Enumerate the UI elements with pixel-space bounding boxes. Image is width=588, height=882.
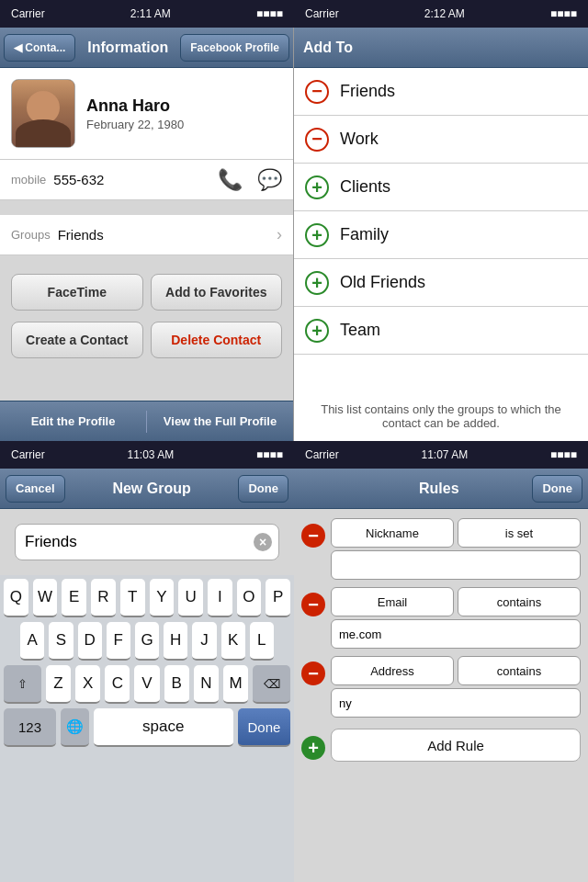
key-h[interactable]: H [164, 622, 187, 661]
rule-email-value[interactable] [331, 619, 581, 649]
key-z[interactable]: Z [46, 665, 71, 704]
key-d[interactable]: D [78, 622, 102, 661]
group-name-friends: Friends [340, 82, 395, 101]
rule-nickname-condition[interactable]: is set [458, 518, 581, 548]
top-right-carrier: Carrier [305, 7, 339, 20]
rule-row-email: − Email contains [301, 587, 581, 649]
contact-dob: February 22, 1980 [86, 118, 184, 131]
key-g[interactable]: G [135, 622, 159, 661]
view-full-profile-button[interactable]: View the Full Profile [147, 414, 293, 428]
remove-rule-email[interactable]: − [301, 593, 325, 616]
rule-nickname-field[interactable]: Nickname [331, 518, 454, 548]
rule-nickname-value[interactable] [331, 550, 581, 580]
group-item-old-friends[interactable]: + Old Friends [294, 259, 588, 307]
remove-rule-address[interactable]: − [301, 662, 325, 685]
bottom-right-carrier: Carrier [305, 448, 339, 461]
facebook-profile-tab[interactable]: Facebook Profile [180, 34, 289, 62]
key-q[interactable]: Q [4, 579, 28, 617]
key-p[interactable]: P [266, 579, 290, 617]
facetime-button[interactable]: FaceTime [11, 274, 143, 311]
key-l[interactable]: L [250, 622, 274, 661]
remove-friends-icon[interactable]: − [305, 80, 329, 104]
groups-row[interactable]: Groups Friends › [0, 215, 293, 255]
key-w[interactable]: W [33, 579, 58, 617]
top-left-carrier: Carrier [11, 7, 45, 20]
rules-done-button[interactable]: Done [532, 475, 582, 503]
key-a[interactable]: A [20, 622, 44, 661]
back-button[interactable]: ◀ Conta... [4, 34, 75, 62]
contact-name: Anna Haro [86, 96, 184, 116]
right-nav-title: Add To [303, 40, 353, 56]
group-item-clients[interactable]: + Clients [294, 164, 588, 211]
group-item-team[interactable]: + Team [294, 307, 588, 355]
delete-key[interactable]: ⌫ [253, 665, 290, 704]
key-n[interactable]: N [194, 665, 219, 704]
group-name-old-friends: Old Friends [340, 273, 425, 292]
top-right-time: 2:12 AM [424, 7, 465, 20]
key-x[interactable]: X [75, 665, 100, 704]
group-name-input[interactable] [15, 524, 279, 560]
keyboard-done-key[interactable]: Done [238, 708, 290, 747]
key-j[interactable]: J [192, 622, 216, 661]
bottom-right-battery: ■■■■ [550, 448, 577, 461]
key-m[interactable]: M [223, 665, 248, 704]
shift-key[interactable]: ⇧ [4, 665, 41, 704]
bottom-right-time: 11:07 AM [421, 448, 468, 461]
add-rule-icon[interactable]: + [301, 736, 325, 760]
key-e[interactable]: E [62, 579, 86, 617]
key-k[interactable]: K [221, 622, 245, 661]
add-family-icon[interactable]: + [305, 223, 329, 247]
group-item-friends[interactable]: − Friends [294, 68, 588, 116]
create-contact-button[interactable]: Create a Contact [11, 322, 143, 358]
add-team-icon[interactable]: + [305, 319, 329, 343]
key-b[interactable]: B [164, 665, 189, 704]
key-y[interactable]: Y [150, 579, 175, 617]
add-clients-icon[interactable]: + [305, 175, 329, 199]
key-s[interactable]: S [49, 622, 73, 661]
new-group-done-button[interactable]: Done [238, 475, 288, 503]
mobile-row: mobile 555-632 📞 💬 [0, 160, 293, 200]
rule-row-nickname: − Nickname is set [301, 518, 581, 580]
clear-input-button[interactable]: × [254, 533, 272, 551]
key-r[interactable]: R [91, 579, 116, 617]
nav-title: Information [87, 40, 168, 56]
remove-rule-nickname[interactable]: − [301, 524, 325, 548]
group-name-work: Work [340, 130, 379, 149]
group-item-family[interactable]: + Family [294, 211, 588, 259]
globe-key[interactable]: 🌐 [61, 708, 88, 747]
rule-email-condition[interactable]: contains [458, 587, 581, 616]
cancel-button[interactable]: Cancel [6, 475, 65, 503]
group-note: This list contains only the groups to wh… [294, 391, 588, 441]
add-rule-button[interactable]: Add Rule [331, 729, 581, 762]
rule-address-field[interactable]: Address [331, 656, 454, 685]
key-u[interactable]: U [178, 579, 203, 617]
add-favorites-button[interactable]: Add to Favorites [151, 274, 283, 311]
message-icon[interactable]: 💬 [257, 168, 282, 192]
rules-title: Rules [419, 481, 459, 497]
delete-contact-button[interactable]: Delete Contact [151, 322, 283, 358]
key-i[interactable]: I [208, 579, 232, 617]
rule-address-condition[interactable]: contains [458, 656, 581, 685]
top-left-battery: ■■■■ [256, 7, 283, 20]
phone-icon[interactable]: 📞 [218, 168, 243, 192]
new-group-title: New Group [112, 481, 190, 497]
key-c[interactable]: C [105, 665, 130, 704]
action-buttons-row1: FaceTime Add to Favorites [0, 263, 293, 322]
add-old-friends-icon[interactable]: + [305, 271, 329, 295]
edit-profile-button[interactable]: Edit the Profile [0, 414, 146, 428]
numbers-key[interactable]: 123 [4, 708, 56, 747]
key-f[interactable]: F [107, 622, 130, 661]
key-t[interactable]: T [120, 579, 145, 617]
key-v[interactable]: V [134, 665, 159, 704]
bottom-left-battery: ■■■■ [256, 448, 283, 461]
mobile-label: mobile [11, 173, 46, 187]
rule-address-value[interactable] [331, 688, 581, 718]
remove-work-icon[interactable]: − [305, 128, 329, 152]
space-key[interactable]: space [94, 708, 233, 747]
key-o[interactable]: O [237, 579, 262, 617]
rule-email-field[interactable]: Email [331, 587, 454, 616]
mobile-number: 555-632 [53, 172, 104, 187]
group-name-input-container: × [15, 524, 279, 560]
group-item-work[interactable]: − Work [294, 116, 588, 164]
top-right-battery: ■■■■ [550, 7, 577, 20]
